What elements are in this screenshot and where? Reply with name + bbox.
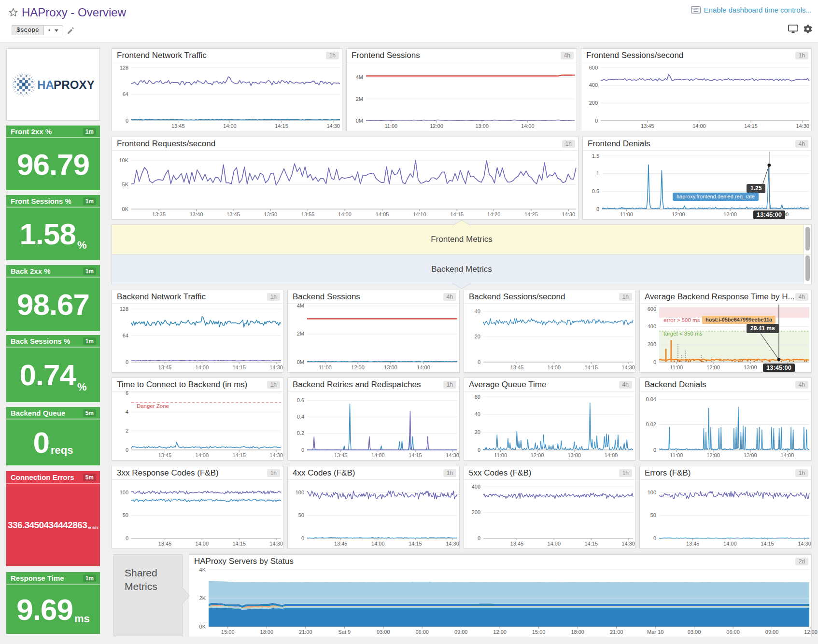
chart-plot[interactable]: 10050013:4514:0014:1514:30	[640, 480, 811, 548]
stat-card-header: Front Sessions % 1m	[6, 195, 100, 208]
svg-text:12:00: 12:00	[706, 364, 720, 370]
chart-title: Frontend Network Traffic	[117, 51, 207, 60]
svg-text:600: 600	[648, 306, 656, 312]
svg-text:14:00: 14:00	[605, 452, 618, 458]
svg-text:600: 600	[589, 65, 598, 70]
svg-text:14:15: 14:15	[409, 452, 422, 458]
chart-plot[interactable]: 4M2M0M11:0012:0013:0014:00	[288, 304, 459, 372]
chart-plot[interactable]: 12864013:4514:0014:1514:30	[112, 304, 283, 372]
enable-time-controls-link[interactable]: Enable dashboard time controls...	[691, 6, 812, 14]
chart-plot[interactable]: 4020013:4514:0014:1514:30	[464, 304, 635, 372]
svg-text:Danger Zone: Danger Zone	[137, 403, 169, 409]
svg-text:12:00: 12:00	[804, 629, 818, 635]
svg-text:14:25: 14:25	[524, 211, 538, 217]
chart-plot[interactable]: 12864013:4514:0014:1514:30	[112, 62, 342, 130]
stat-card-response-time[interactable]: Response Time 1m 9.69ms	[6, 572, 100, 634]
svg-text:14:00: 14:00	[371, 452, 385, 458]
stat-title: Back Sessions %	[11, 337, 70, 345]
timeframe-badge[interactable]: 1h	[562, 140, 575, 148]
pencil-icon[interactable]	[67, 27, 75, 35]
svg-text:4M: 4M	[297, 303, 304, 308]
chart-header: Frontend Sessions 4h	[347, 49, 577, 62]
timeframe-badge[interactable]: 1h	[795, 469, 808, 477]
scope-value-dropdown[interactable]: *	[43, 25, 64, 35]
svg-text:13:45: 13:45	[226, 211, 240, 217]
gear-icon[interactable]	[804, 25, 812, 33]
chart-plot[interactable]: 600400200013:4514:0014:1514:30	[581, 62, 811, 130]
timeframe-badge[interactable]: 1h	[619, 293, 632, 301]
chart-card-backend-sessions-second: Backend Sessions/second 1h 4020013:4514:…	[464, 290, 635, 373]
chart-card-5xx-codes-fandb: 5xx Codes (F&B) 1h 400200013:4514:0014:1…	[464, 466, 635, 549]
svg-text:0.02: 0.02	[646, 421, 656, 427]
dashboard-page: HAProxy - Overview $scope * Enable dashb…	[0, 0, 818, 644]
timeframe-badge[interactable]: 1h	[443, 469, 456, 477]
svg-text:0: 0	[653, 447, 656, 453]
band-backend-metrics: Backend Metrics	[112, 254, 812, 284]
timeframe-badge[interactable]: 1h	[443, 381, 456, 389]
chart-plot[interactable]: 4K2K0K15:0018:0021:00Sat 903:0006:0009:0…	[189, 568, 811, 636]
svg-text:0: 0	[596, 206, 599, 212]
stat-card-back-sessions[interactable]: Back Sessions % 1m 0.74%	[6, 335, 100, 402]
timeframe-badge[interactable]: 4h	[443, 293, 456, 301]
chart-plot[interactable]: 10050013:4514:0014:1514:30	[288, 480, 459, 548]
svg-text:11:00: 11:00	[494, 452, 507, 458]
svg-text:14:15: 14:15	[275, 123, 288, 129]
chart-title: Frontend Denials	[588, 139, 650, 149]
svg-text:12:00: 12:00	[672, 211, 685, 217]
svg-text:4M: 4M	[356, 74, 363, 80]
timeframe-badge[interactable]: 4h	[795, 293, 808, 301]
chart-header: Backend Sessions 4h	[288, 290, 459, 304]
timeframe-badge[interactable]: 4h	[619, 381, 632, 389]
hover-host-badge: host:i-05be647999eebe11a	[702, 316, 776, 324]
chart-plot[interactable]: 1.510.5011:0012:0013:0014:00	[583, 151, 811, 219]
chart-card-average-backend-response-time-by-h: Average Backend Response Time by H... 4h…	[639, 290, 812, 373]
svg-text:Mar 10: Mar 10	[647, 629, 663, 635]
timeframe-badge[interactable]: 4h	[795, 140, 808, 148]
svg-text:0.2: 0.2	[297, 430, 304, 436]
stat-card-front-sessions[interactable]: Front Sessions % 1m 1.58%	[6, 195, 100, 260]
chart-title: 5xx Codes (F&B)	[469, 468, 531, 478]
stat-card-backend-queue[interactable]: Backend Queue 5m 0reqs	[6, 407, 100, 465]
svg-text:0: 0	[595, 118, 598, 124]
chart-plot[interactable]: 604020011:0012:0013:0014:00	[464, 392, 635, 460]
chart-plot[interactable]: 10050013:4514:0014:1514:30	[112, 480, 283, 548]
scrollbar-thumb[interactable]	[805, 255, 810, 281]
timeframe-badge[interactable]: 1h	[795, 52, 808, 59]
chart-plot[interactable]: 10K5K0K13:3513:4013:4513:5013:5514:0014:…	[112, 151, 578, 219]
stat-body: 96.79	[6, 138, 100, 190]
chart-plot[interactable]: 0.60.40.2013:4514:0014:1514:30	[288, 392, 459, 460]
chart-plot[interactable]: 642013:4514:0014:1514:30Danger Zone	[112, 392, 283, 460]
svg-text:14:15: 14:15	[232, 541, 246, 546]
chart-plot[interactable]: 400200013:4514:0014:1514:30	[464, 480, 635, 548]
chart-header: Frontend Sessions/second 1h	[581, 49, 811, 62]
chart-plot[interactable]: 600400200011:0012:0013:0014:00error > 50…	[640, 304, 811, 372]
svg-text:200: 200	[648, 341, 656, 347]
svg-text:13:45: 13:45	[641, 123, 654, 129]
timeframe-badge[interactable]: 1h	[326, 52, 339, 59]
template-variable-selector[interactable]: $scope *	[12, 25, 63, 35]
timeframe-badge[interactable]: 1h	[619, 469, 632, 477]
svg-text:14:30: 14:30	[796, 123, 809, 129]
stat-card-back-2xx[interactable]: Back 2xx % 1m 98.67	[6, 265, 100, 331]
stat-value: 336.3450434442863	[8, 520, 87, 531]
timeframe-badge[interactable]: 4h	[795, 381, 808, 389]
chart-plot[interactable]: 0.040.02011:0012:0013:0014:00	[640, 392, 811, 460]
timeframe-badge[interactable]: 1h	[267, 293, 280, 301]
timeframe-badge[interactable]: 4h	[561, 52, 574, 59]
monitor-icon[interactable]	[788, 25, 798, 33]
timeframe-badge[interactable]: 1h	[267, 469, 280, 477]
stat-card-connection-errors[interactable]: Connection Errors 5m 336.3450434442863er…	[6, 471, 100, 566]
stat-timeframe-badge: 1m	[83, 128, 96, 136]
chart-plot[interactable]: 4M2M0M11:0012:0013:0014:00	[347, 62, 577, 130]
stat-body: 9.69ms	[6, 585, 100, 634]
stat-card-front-2xx[interactable]: Front 2xx % 1m 96.79	[6, 126, 100, 190]
timeframe-badge[interactable]: 2d	[795, 558, 808, 565]
svg-text:14:00: 14:00	[196, 541, 209, 546]
chart-title: Backend Retries and Redispatches	[293, 380, 421, 390]
favorite-star-icon[interactable]	[8, 7, 18, 17]
chart-header: Backend Network Traffic 1h	[112, 290, 283, 304]
svg-text:100: 100	[120, 490, 128, 495]
svg-text:0: 0	[126, 359, 128, 365]
scrollbar-thumb[interactable]	[805, 227, 810, 251]
timeframe-badge[interactable]: 1h	[267, 381, 280, 389]
